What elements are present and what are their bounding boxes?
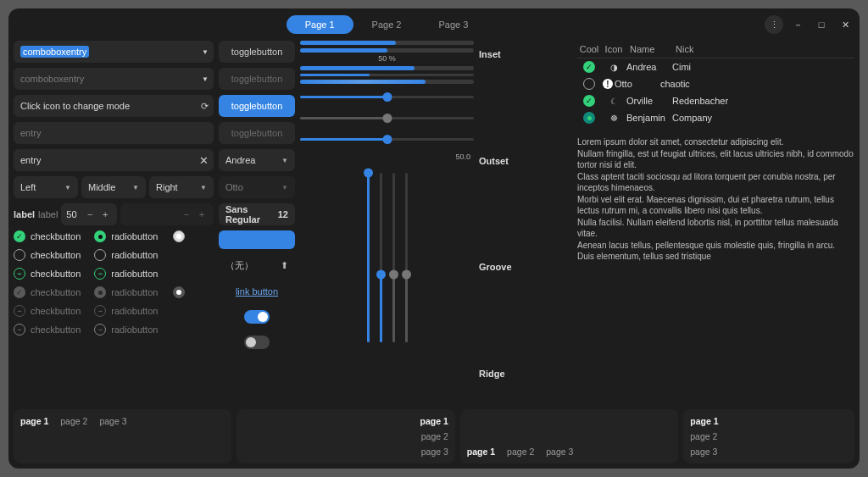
radio-icon[interactable] [94, 230, 106, 242]
label-1: label [14, 209, 35, 219]
check-icon[interactable] [14, 268, 25, 280]
radio-label: radiobutton [111, 287, 158, 297]
file-chooser[interactable]: （无）⬆ [219, 254, 295, 276]
name-select[interactable]: Andrea▼ [219, 149, 295, 171]
scale-vertical-disabled [405, 173, 408, 342]
scale-horizontal[interactable] [300, 138, 474, 141]
entry-placeholder[interactable]: entry [14, 122, 214, 144]
col-header-icon[interactable]: Icon [603, 44, 625, 54]
close-button[interactable]: ✕ [836, 15, 854, 34]
radio-icon[interactable] [94, 249, 106, 261]
table-row[interactable]: ✓ ◑ Andrea Cimi [577, 58, 854, 75]
otto-select: Otto▼ [219, 176, 295, 198]
maximize-button[interactable]: □ [812, 15, 831, 34]
check-icon[interactable]: ✓ [14, 230, 25, 242]
progress-bar-labeled [300, 48, 474, 53]
check-label: checkbutton [31, 250, 81, 260]
position-right[interactable]: Right▼ [149, 176, 214, 198]
togglebutton-active[interactable]: togglebutton [219, 95, 295, 117]
col-header-cool[interactable]: Cool [577, 44, 601, 54]
notebook-bottom: page 1 page 2 page 3 [460, 409, 678, 463]
chevron-down-icon: ▼ [202, 48, 209, 56]
frame-label: Inset [479, 49, 572, 59]
notebook-tab[interactable]: page 3 [546, 446, 573, 457]
notebook-tab[interactable]: page 2 [507, 446, 534, 457]
radio-icon[interactable] [94, 268, 106, 280]
radio-label: radiobutton [111, 250, 158, 260]
togglebutton[interactable]: togglebutton [219, 41, 295, 63]
titlebar: Page 1 Page 2 Page 3 ⋮ － □ ✕ [8, 8, 860, 41]
table-row[interactable]: ☸ Benjamin Company [577, 109, 854, 126]
radio-secondary-icon[interactable] [173, 230, 185, 242]
check-radio-grid: ✓checkbutton checkbutton checkbutton ✓ch… [14, 230, 214, 336]
scale-vertical[interactable] [380, 173, 382, 342]
spin-button[interactable]: 50 − + [61, 203, 117, 225]
notebook-tab[interactable]: page 3 [690, 446, 848, 457]
vertical-scales [300, 173, 474, 342]
minimize-button[interactable]: － [788, 15, 807, 34]
radio-icon [94, 324, 106, 336]
check-label: checkbutton [31, 306, 81, 316]
table-row[interactable]: ! Otto chaotic [577, 75, 854, 92]
check-label: checkbutton [31, 287, 81, 297]
check-label: checkbutton [31, 231, 81, 241]
progress-label: 50 % [300, 54, 474, 63]
check-label: checkbutton [31, 269, 81, 279]
entry-clearable[interactable]: ✕ [14, 149, 214, 171]
tab-page3[interactable]: Page 3 [420, 15, 487, 34]
scale-value-label: 50.0 [300, 153, 474, 161]
radio-icon [94, 305, 106, 317]
table-row[interactable]: ✓ ☾ Orville Redenbacher [577, 92, 854, 109]
radio-secondary-icon [173, 286, 185, 298]
switch-off[interactable] [244, 336, 270, 349]
notebook-top: page 1 page 2 page 3 [14, 409, 231, 463]
tab-page1[interactable]: Page 1 [287, 15, 353, 34]
col-header-name[interactable]: Name [626, 44, 670, 54]
notebook-tab[interactable]: page 1 [690, 416, 848, 426]
notebook-tab[interactable]: page 2 [690, 431, 848, 441]
scale-vertical[interactable] [367, 173, 370, 342]
content-area: comboboxentry ▼ comboboxentry ▼ Click ic… [8, 41, 860, 404]
row-icon: ! [603, 79, 613, 89]
notebook-tab[interactable]: page 2 [60, 416, 87, 426]
notebook-tab[interactable]: page 1 [420, 416, 448, 426]
notebook-tab[interactable]: page 3 [421, 446, 448, 457]
spin-plus[interactable]: + [98, 209, 112, 219]
col-header-nick[interactable]: Nick [672, 44, 854, 54]
check-icon[interactable] [14, 249, 25, 261]
comboboxentry-selected[interactable]: comboboxentry ▼ [14, 41, 214, 63]
notebook-tab[interactable]: page 1 [467, 446, 495, 457]
upload-icon: ⬆ [281, 260, 288, 271]
mode-entry[interactable]: Click icon to change mode ⟳ [14, 95, 214, 117]
notebook-tab[interactable]: page 1 [20, 416, 48, 426]
progress-column: 50 % 50.0 [300, 41, 474, 404]
scale-horizontal[interactable] [300, 96, 474, 98]
scale-horizontal-disabled [300, 117, 474, 119]
progress-bars: 50 % [300, 41, 474, 84]
notebook-tab[interactable]: page 3 [99, 416, 126, 426]
spin-button-disabled: − + [120, 203, 214, 225]
more-menu-button[interactable]: ⋮ [765, 15, 783, 34]
spin-minus[interactable]: − [83, 209, 97, 219]
entry-input[interactable] [20, 155, 207, 165]
position-middle[interactable]: Middle▼ [81, 176, 146, 198]
position-left[interactable]: Left▼ [14, 176, 78, 198]
link-button[interactable]: link button [219, 281, 295, 302]
row-icon: ☸ [603, 114, 625, 123]
font-button[interactable]: Sans Regular12 [219, 203, 295, 225]
progress-bar [300, 74, 474, 76]
check-icon [583, 78, 595, 90]
notebook-tab[interactable]: page 2 [421, 431, 448, 441]
switch-on[interactable] [244, 310, 270, 324]
frame-label: Ridge [479, 369, 572, 379]
comboboxentry-placeholder[interactable]: comboboxentry ▼ [14, 68, 214, 90]
chevron-down-icon: ▼ [64, 184, 71, 191]
chevron-down-icon: ▼ [200, 184, 207, 191]
refresh-icon[interactable]: ⟳ [201, 101, 209, 112]
radio-label: radiobutton [111, 269, 158, 279]
tab-page2[interactable]: Page 2 [353, 15, 420, 34]
clear-icon[interactable]: ✕ [199, 154, 209, 167]
scale-vertical-disabled [392, 173, 395, 342]
combo-value: comboboxentry [20, 46, 89, 58]
color-button[interactable] [219, 230, 295, 249]
